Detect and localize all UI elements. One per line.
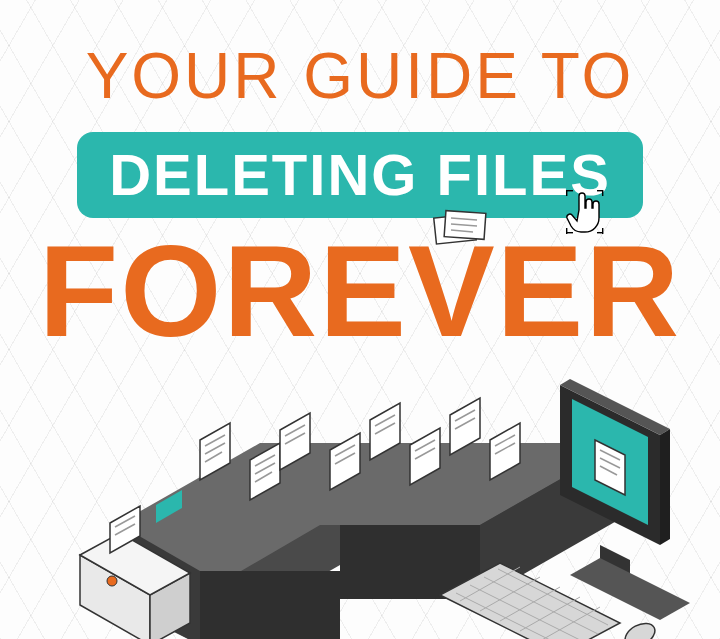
svg-rect-4 xyxy=(566,190,567,196)
pill-wrap: DELETING FILES xyxy=(77,132,643,218)
title-pill: DELETING FILES xyxy=(77,132,643,218)
title-line-1: YOUR GUIDE TO xyxy=(0,44,720,108)
svg-marker-16 xyxy=(200,571,340,639)
svg-rect-0 xyxy=(567,190,573,191)
hero-title-block: YOUR GUIDE TO DELETING FILES xyxy=(0,0,720,356)
svg-rect-5 xyxy=(602,190,603,196)
svg-point-70 xyxy=(107,576,117,586)
forever-wrap: FOREVER xyxy=(39,226,681,356)
isometric-illustration xyxy=(0,345,720,639)
monitor-icon xyxy=(560,379,690,620)
mouse-icon xyxy=(621,619,659,639)
svg-marker-47 xyxy=(660,429,670,545)
paper-stack-icon xyxy=(429,206,499,250)
title-line-3: FOREVER xyxy=(39,226,681,356)
svg-point-65 xyxy=(621,619,659,639)
shredder-icon xyxy=(80,490,190,639)
